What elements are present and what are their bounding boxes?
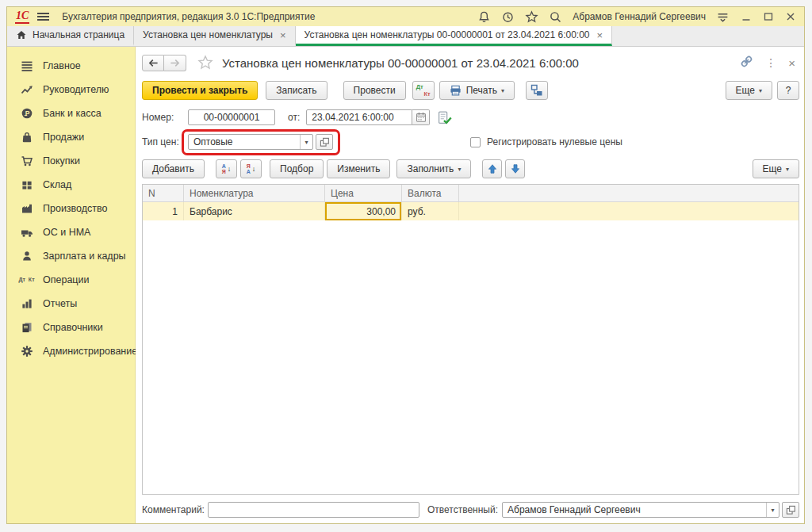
table-empty-area[interactable] <box>143 220 799 494</box>
cell-empty <box>459 202 799 220</box>
sidebar-item-bank-cash[interactable]: Р Банк и касса <box>7 101 135 125</box>
tab-home[interactable]: Начальная страница <box>7 26 134 46</box>
related-documents-button[interactable] <box>526 81 548 100</box>
sidebar-item-sales[interactable]: Продажи <box>7 125 135 149</box>
column-header-empty <box>459 185 799 201</box>
notifications-bell-icon[interactable] <box>477 10 491 24</box>
date-field[interactable]: 23.04.2021 6:00:00 <box>306 109 412 125</box>
edit-button[interactable]: Изменить <box>327 159 390 178</box>
arrow-down-icon <box>510 163 521 174</box>
column-header-n[interactable]: N <box>143 185 184 201</box>
cell-price-active[interactable]: 300,00 <box>325 202 402 220</box>
sidebar-item-operations[interactable]: Дт Кт Операции <box>7 268 135 292</box>
favorites-star-icon[interactable] <box>525 10 538 24</box>
more-button-table[interactable]: Еще▾ <box>753 159 799 178</box>
tab-price-setting-document[interactable]: Установка цен номенклатуры 00-00000001 о… <box>296 26 613 46</box>
chevron-down-icon[interactable]: ▾ <box>766 503 779 517</box>
comment-field[interactable] <box>208 502 419 518</box>
sort-asc-icon: АЯ <box>222 163 226 175</box>
post-and-close-button[interactable]: Провести и закрыть <box>142 81 258 100</box>
fill-button[interactable]: Заполнить▾ <box>396 159 471 178</box>
tab-label: Установка цен номенклатуры <box>143 29 273 40</box>
sort-ascending-button[interactable]: АЯ ↓ <box>216 159 237 178</box>
sidebar-item-fixed-assets[interactable]: ОС и НМА <box>7 220 135 244</box>
forward-button[interactable] <box>164 55 186 71</box>
price-type-label: Тип цен: <box>142 136 188 147</box>
chevron-down-icon[interactable]: ▾ <box>300 135 312 149</box>
dtkt-icon: Дт Кт <box>20 274 33 287</box>
book-icon <box>20 321 33 335</box>
post-button[interactable]: Провести <box>343 81 406 100</box>
calendar-button[interactable] <box>412 109 430 125</box>
maximize-button[interactable] <box>762 11 774 23</box>
price-type-value[interactable]: Оптовые <box>189 135 300 149</box>
sidebar-item-production[interactable]: Производство <box>7 197 135 220</box>
print-button[interactable]: Печать▾ <box>439 81 515 100</box>
minimize-button[interactable] <box>740 11 752 23</box>
more-button-top[interactable]: Еще▾ <box>726 81 772 100</box>
sidebar-item-reports[interactable]: Отчеты <box>7 292 135 316</box>
move-down-button[interactable] <box>505 159 525 178</box>
dtkt-button[interactable]: ДтКт <box>412 81 435 100</box>
sidebar-item-purchases[interactable]: Покупки <box>7 149 135 173</box>
price-type-combo[interactable]: Оптовые ▾ <box>188 134 313 150</box>
column-header-nomenclature[interactable]: Номенклатура <box>184 185 325 201</box>
close-form-icon[interactable]: × <box>788 57 795 69</box>
pick-button[interactable]: Подбор <box>270 159 324 178</box>
help-button[interactable]: ? <box>777 81 799 100</box>
cell-currency[interactable]: руб. <box>402 202 459 220</box>
open-icon <box>320 137 330 147</box>
sidebar-item-manager[interactable]: Руководителю <box>7 78 135 101</box>
column-header-price[interactable]: Цена <box>325 185 402 201</box>
ruble-icon: Р <box>20 107 33 121</box>
get-link-icon[interactable] <box>740 55 753 71</box>
tab-price-setting-list[interactable]: Установка цен номенклатуры × <box>134 26 295 46</box>
sidebar-item-warehouse[interactable]: Склад <box>7 173 135 197</box>
tab-label: Установка цен номенклатуры 00-00000001 о… <box>304 29 590 40</box>
close-window-button[interactable] <box>784 11 796 23</box>
search-icon[interactable] <box>549 10 562 24</box>
zero-prices-checkbox-group[interactable]: Регистрировать нулевые цены <box>470 136 622 147</box>
favorite-star-icon[interactable] <box>197 55 213 71</box>
close-icon[interactable]: × <box>597 30 603 40</box>
add-row-button[interactable]: Добавить <box>142 159 205 178</box>
column-header-currency[interactable]: Валюта <box>402 185 459 201</box>
bar-chart-icon <box>20 297 33 311</box>
close-icon[interactable]: × <box>280 30 286 40</box>
factory-icon <box>20 202 33 216</box>
dtkt-icon: ДтКт <box>416 84 431 97</box>
cell-nomenclature[interactable]: Барбарис <box>184 202 325 220</box>
move-up-button[interactable] <box>482 159 502 178</box>
truck-icon <box>20 226 33 239</box>
save-button[interactable]: Записать <box>266 81 327 100</box>
table-row[interactable]: 1 Барбарис 300,00 руб. <box>143 202 799 220</box>
sidebar-item-salary-hr[interactable]: Зарплата и кадры <box>7 244 135 268</box>
checkbox-label: Регистрировать нулевые цены <box>487 136 622 147</box>
sidebar-item-label: Склад <box>43 179 71 190</box>
responsible-combo[interactable]: Абрамов Геннадий Сергеевич ▾ <box>502 502 779 518</box>
sidebar-item-label: Отчеты <box>43 298 77 309</box>
service-menu-icon[interactable] <box>716 10 730 24</box>
sections-panel: Главное Руководителю Р Банк и касса Прод… <box>7 47 136 523</box>
sidebar-item-main[interactable]: Главное <box>7 54 135 78</box>
table-header: N Номенклатура Цена Валюта <box>143 185 799 202</box>
current-user[interactable]: Абрамов Геннадий Сергеевич <box>573 11 706 22</box>
open-responsible-button[interactable] <box>782 502 799 518</box>
sort-descending-button[interactable]: ЯА ↓ <box>240 159 262 178</box>
back-button[interactable] <box>142 55 164 71</box>
sidebar-item-administration[interactable]: Администрирование <box>7 339 135 363</box>
cell-row-number[interactable]: 1 <box>143 202 184 220</box>
more-dots-icon[interactable]: ⋮ <box>765 57 776 68</box>
window-body: Главное Руководителю Р Банк и касса Прод… <box>7 47 804 523</box>
sidebar-item-label: Администрирование <box>43 346 137 357</box>
number-field[interactable]: 00-00000001 <box>188 109 275 125</box>
checkbox[interactable] <box>470 137 481 147</box>
responsible-value[interactable]: Абрамов Геннадий Сергеевич <box>503 503 766 517</box>
form-title: Установка цен номенклатуры 00-00000001 о… <box>222 56 579 70</box>
items-table: N Номенклатура Цена Валюта 1 Барбарис 30… <box>142 184 799 495</box>
history-icon[interactable] <box>501 10 515 24</box>
sidebar-item-directories[interactable]: Справочники <box>7 316 135 339</box>
open-price-type-button[interactable] <box>316 134 333 150</box>
shopping-cart-icon <box>20 155 33 168</box>
main-menu-icon[interactable] <box>37 13 49 21</box>
